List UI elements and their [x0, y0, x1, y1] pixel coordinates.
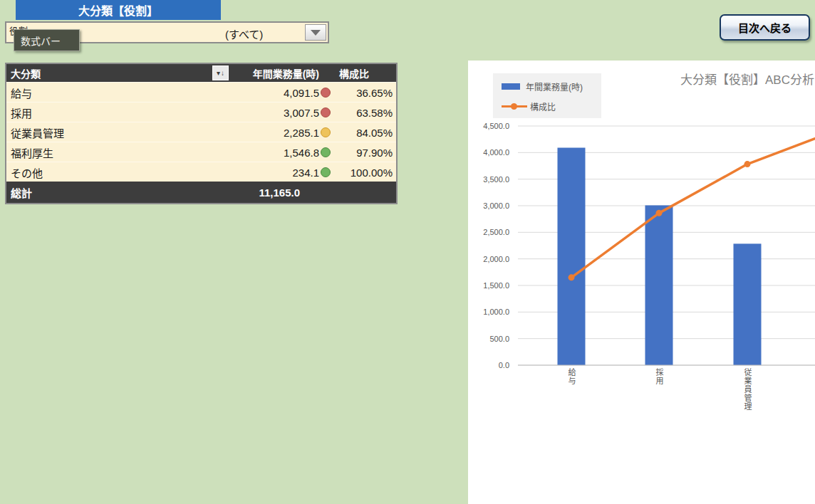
x-axis-label: 従業員管理 — [742, 368, 753, 411]
filter-selected-value[interactable]: (すべて) — [225, 26, 263, 41]
sort-desc-glyph: ↓ — [221, 69, 224, 77]
row-category: 福利厚生 — [11, 145, 53, 159]
back-to-index-button[interactable]: 目次へ戻る — [720, 14, 810, 41]
row-percent: 36.65% — [356, 86, 393, 98]
row-hours: 3,007.5 — [284, 106, 319, 118]
svg-text:0.0: 0.0 — [499, 361, 509, 369]
table-row[interactable]: 給与4,091.536.65% — [6, 82, 396, 102]
table-row[interactable]: 福利厚生1,546.897.90% — [6, 142, 396, 162]
pareto-chart-panel[interactable]: 0.0500.01,000.01,500.02,000.02,500.03,00… — [468, 61, 815, 504]
traffic-light-red-icon — [321, 107, 331, 117]
row-hours: 4,091.5 — [284, 86, 319, 98]
table-header-row: 大分類 ▾↓ 年間業務量(時) 構成比 — [6, 64, 396, 82]
table-row[interactable]: 従業員管理2,285.184.05% — [6, 122, 396, 142]
svg-text:500.0: 500.0 — [489, 335, 509, 343]
total-label: 総計 — [11, 185, 32, 200]
chart-legend: 年間業務量(時) 構成比 — [493, 73, 601, 118]
row-category: その他 — [11, 164, 43, 179]
traffic-light-yellow-icon — [321, 127, 331, 137]
svg-text:2,500.0: 2,500.0 — [483, 228, 509, 236]
row-hours: 2,285.1 — [284, 126, 319, 138]
tooltip-text: 数式バー — [21, 33, 61, 48]
sheet-title-bar: 大分類【役割】 — [16, 0, 221, 20]
back-to-index-label: 目次へ戻る — [738, 20, 791, 35]
svg-text:4,500.0: 4,500.0 — [483, 122, 509, 130]
traffic-light-green-icon — [321, 147, 331, 157]
table-total-row[interactable]: 総計 11,165.0 — [6, 182, 396, 203]
row-percent: 100.00% — [351, 166, 393, 178]
svg-text:1,000.0: 1,000.0 — [483, 308, 509, 316]
svg-text:4,000.0: 4,000.0 — [483, 148, 509, 157]
row-hours: 1,546.8 — [284, 146, 319, 158]
row-percent: 97.90% — [356, 146, 393, 158]
chevron-down-icon — [311, 30, 321, 36]
traffic-light-green-icon — [321, 167, 331, 177]
svg-text:2,000.0: 2,000.0 — [483, 255, 509, 263]
x-axis-label: 給与 — [566, 368, 577, 385]
row-category: 採用 — [11, 105, 32, 120]
sheet-title: 大分類【役割】 — [78, 1, 158, 19]
table-body: 給与4,091.536.65%採用3,007.563.58%従業員管理2,285… — [6, 82, 396, 182]
chart-title: 大分類【役割】ABC分析 — [680, 70, 814, 88]
svg-text:1,500.0: 1,500.0 — [483, 281, 509, 290]
pareto-chart-svg: 0.0500.01,000.01,500.02,000.02,500.03,00… — [468, 61, 815, 504]
column-header-hours: 年間業務量(時) — [253, 66, 319, 80]
filter-dropdown-button[interactable] — [305, 24, 326, 41]
line-marker-icon — [511, 103, 517, 110]
legend-item-ratio: 構成比 — [502, 100, 556, 112]
filter-arrow-glyph: ▾ — [217, 69, 220, 77]
abc-analysis-table: 大分類 ▾↓ 年間業務量(時) 構成比 給与4,091.536.65%採用3,0… — [5, 63, 398, 204]
legend-label-ratio: 構成比 — [530, 100, 556, 112]
legend-label-hours: 年間業務量(時) — [526, 80, 583, 93]
row-category: 従業員管理 — [11, 125, 64, 140]
column-header-ratio: 構成比 — [339, 66, 369, 80]
legend-item-hours: 年間業務量(時) — [502, 80, 583, 93]
row-percent: 84.05% — [356, 126, 393, 138]
svg-text:3,000.0: 3,000.0 — [483, 201, 509, 210]
x-axis-label: 採用 — [653, 368, 665, 385]
column-header-category: 大分類 — [11, 66, 41, 80]
bar-series-swatch-icon — [502, 83, 520, 90]
row-percent: 63.58% — [356, 106, 393, 118]
row-hours: 234.1 — [292, 166, 319, 178]
traffic-light-red-icon — [321, 88, 331, 98]
line-series-swatch-icon — [502, 105, 527, 107]
total-value: 11,165.0 — [259, 187, 300, 199]
svg-text:3,500.0: 3,500.0 — [483, 175, 509, 184]
filter-sort-icon[interactable]: ▾↓ — [212, 65, 229, 80]
table-row[interactable]: その他234.1100.00% — [6, 162, 396, 182]
row-category: 給与 — [11, 85, 32, 100]
table-row[interactable]: 採用3,007.563.58% — [6, 102, 396, 122]
formula-bar-tooltip: 数式バー — [14, 29, 80, 51]
